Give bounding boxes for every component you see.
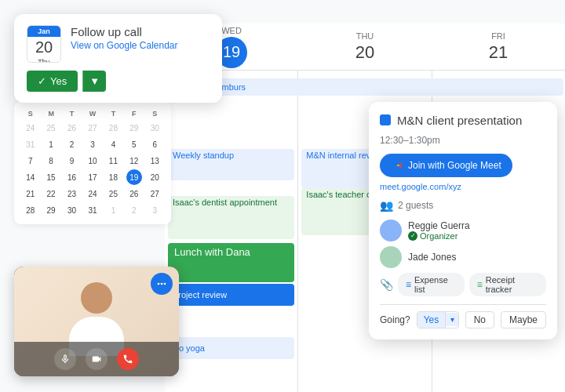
going-maybe-button[interactable]: Maybe — [501, 311, 546, 328]
receipt-tracker-label: Receipt tracker — [486, 275, 538, 294]
mini-day[interactable]: 29 — [126, 120, 142, 136]
mini-day[interactable]: 14 — [23, 169, 38, 185]
mini-day[interactable]: 11 — [105, 153, 121, 169]
guests-icon: 👥 — [380, 199, 393, 212]
day-header-s1: S — [20, 108, 40, 119]
svg-point-1 — [161, 283, 163, 285]
weekly-standup-label: Weekly standup — [173, 151, 234, 160]
mini-day-today[interactable]: 19 — [126, 169, 142, 185]
mini-day[interactable]: 25 — [105, 186, 121, 201]
jade-avatar — [380, 246, 402, 268]
mini-day[interactable]: 23 — [64, 186, 80, 201]
join-meet-label: Join with Google Meet — [408, 160, 501, 171]
mini-day[interactable]: 28 — [105, 120, 121, 136]
project-review-event[interactable]: Project review — [168, 284, 294, 306]
meet-icon — [391, 159, 403, 172]
yes-dropdown-button[interactable]: ▼ — [82, 71, 106, 92]
mini-day[interactable]: 20 — [147, 169, 162, 185]
mini-day[interactable]: 1 — [43, 136, 59, 152]
organizer-label: Organizer — [420, 231, 457, 241]
guest-reggie: Reggie Guerra ✓ Organizer — [380, 220, 546, 241]
mute-button[interactable] — [54, 348, 76, 370]
mini-day[interactable]: 24 — [85, 186, 100, 201]
svg-point-3 — [397, 164, 399, 166]
meet-link[interactable]: meet.google.com/xyz — [380, 182, 546, 191]
mini-day[interactable]: 15 — [43, 169, 59, 185]
expense-list-chip[interactable]: ≡ Expense list — [398, 273, 465, 296]
fri-label: FRI — [438, 31, 559, 41]
fri-number: 21 — [438, 42, 559, 63]
mini-day[interactable]: 29 — [43, 202, 59, 218]
event-color-indicator — [380, 114, 391, 125]
mini-day[interactable]: 9 — [64, 153, 80, 169]
mini-day[interactable]: 12 — [126, 153, 142, 169]
camera-button[interactable] — [86, 348, 108, 370]
receipt-tracker-chip[interactable]: ≡ Receipt tracker — [469, 273, 546, 296]
mini-day[interactable]: 4 — [105, 136, 121, 152]
mini-day[interactable]: 27 — [85, 120, 100, 136]
yes-button[interactable]: ✓ Yes — [27, 71, 78, 92]
mini-day[interactable]: 21 — [23, 186, 38, 201]
column-wed: ✓ Submit reimburs Weekly standup Isaac's… — [165, 71, 298, 392]
mini-day[interactable]: 13 — [147, 153, 162, 169]
mini-day[interactable]: 28 — [23, 202, 38, 218]
cal-month: Jan — [27, 26, 60, 37]
attachment-icon: 📎 — [380, 278, 393, 291]
submit-reimburs-event[interactable]: ✓ Submit reimburs — [165, 78, 563, 96]
going-yes-button[interactable]: Yes ▾ — [417, 311, 459, 328]
going-no-button[interactable]: No — [465, 311, 494, 328]
thu-number: 20 — [304, 42, 425, 63]
view-on-gcal-link[interactable]: View on Google Calendar — [71, 40, 178, 51]
mini-day[interactable]: 24 — [23, 120, 38, 136]
svg-point-2 — [164, 283, 166, 285]
yes-part-label[interactable]: Yes — [417, 312, 447, 328]
mini-day[interactable]: 18 — [105, 169, 121, 185]
yes-dropdown-arrow[interactable]: ▾ — [446, 313, 458, 326]
mini-day[interactable]: 22 — [43, 186, 59, 201]
organizer-check-icon: ✓ — [408, 231, 417, 241]
mini-day[interactable]: 26 — [64, 120, 80, 136]
lunch-label: Lunch with Dana — [174, 246, 250, 258]
svg-point-0 — [158, 283, 160, 285]
day-header-f: F — [124, 108, 144, 119]
mini-day[interactable]: 30 — [147, 120, 162, 136]
mini-day[interactable]: 2 — [126, 202, 142, 218]
mini-day[interactable]: 1 — [105, 202, 121, 218]
mini-day[interactable]: 3 — [85, 136, 100, 152]
reggie-avatar — [380, 220, 402, 241]
weekly-standup-event[interactable]: Weekly standup — [168, 149, 294, 180]
day-header-t2: T — [104, 108, 123, 119]
mini-day[interactable]: 17 — [85, 169, 100, 185]
mini-day[interactable]: 25 — [43, 120, 59, 136]
do-yoga-event[interactable]: Do yoga — [168, 337, 294, 359]
jade-name: Jade Jones — [408, 252, 456, 263]
end-call-button[interactable] — [117, 348, 139, 370]
mini-day[interactable]: 7 — [23, 153, 38, 169]
day-header-s2: S — [145, 108, 165, 119]
mini-day[interactable]: 3 — [147, 202, 162, 218]
video-call-card — [14, 267, 179, 376]
mini-day[interactable]: 6 — [147, 136, 162, 152]
day-header-m: M — [41, 108, 60, 119]
isaacs-dentist-event[interactable]: Isaac's dentist appointment — [168, 196, 294, 239]
mini-day[interactable]: 31 — [85, 202, 100, 218]
event-time: 12:30–1:30pm — [380, 135, 546, 146]
mini-day[interactable]: 5 — [126, 136, 142, 152]
mini-day[interactable]: 26 — [126, 186, 142, 201]
mini-day[interactable]: 31 — [23, 136, 38, 152]
lunch-with-dana-event[interactable]: Lunch with Dana — [168, 243, 294, 282]
mini-day[interactable]: 27 — [147, 186, 162, 201]
cal-day: 20 — [27, 37, 60, 58]
project-review-label: Project review — [173, 290, 227, 299]
day-header-thu: THU 20 — [298, 25, 432, 69]
video-badge — [151, 273, 173, 295]
event-detail-popup: M&N client presentation 12:30–1:30pm Joi… — [369, 102, 557, 339]
mini-day[interactable]: 16 — [64, 169, 80, 185]
join-meet-button[interactable]: Join with Google Meet — [380, 154, 512, 177]
mini-day[interactable]: 8 — [43, 153, 59, 169]
mini-day[interactable]: 10 — [85, 153, 100, 169]
mini-day[interactable]: 2 — [64, 136, 80, 152]
mini-day[interactable]: 30 — [64, 202, 80, 218]
person-head — [81, 282, 112, 314]
thu-label: THU — [304, 31, 425, 41]
